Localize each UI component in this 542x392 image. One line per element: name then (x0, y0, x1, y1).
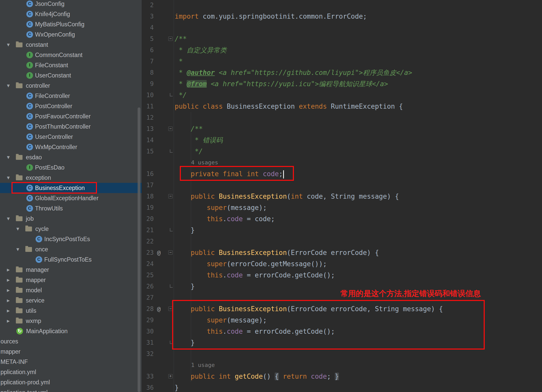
tree-item-manager[interactable]: ▸manager (0, 265, 142, 275)
folder-icon (16, 288, 23, 293)
tree-item-meta-inf[interactable]: META-INF (0, 357, 142, 367)
tree-item-utils[interactable]: ▸utils (0, 306, 142, 316)
tree-item-cycle[interactable]: ▾cycle (0, 224, 142, 234)
fold-marker-open-icon[interactable]: − (168, 250, 173, 255)
annotation-gutter-icon[interactable]: @ (155, 303, 162, 315)
tree-item-mapper[interactable]: ▸mapper (0, 275, 142, 285)
chevron-down-icon[interactable]: ▾ (16, 224, 19, 234)
tree-item-postcontroller[interactable]: CPostController (0, 101, 142, 111)
chevron-right-icon[interactable]: ▸ (7, 306, 10, 316)
code-editor[interactable]: 23import com.yupi.springbootinit.common.… (142, 0, 542, 392)
code-line-24[interactable]: super(errorCode.getMessage()); (175, 258, 327, 270)
tree-item-model[interactable]: ▸model (0, 285, 142, 295)
code-line-14[interactable]: * 错误码 (175, 135, 223, 146)
chevron-down-icon[interactable]: ▾ (7, 40, 10, 50)
tree-item-esdao[interactable]: ▾esdao (0, 152, 142, 162)
code-line-19[interactable]: super(message); (175, 202, 267, 213)
tree-item-throwutils[interactable]: CThrowUtils (0, 203, 142, 214)
chevron-down-icon[interactable]: ▾ (7, 152, 10, 162)
tree-item-label: PostThumbController (35, 121, 91, 132)
tree-item-mapper[interactable]: mapper (0, 346, 142, 357)
tree-scrollbar[interactable] (138, 107, 140, 392)
code-line-26[interactable]: } (175, 281, 195, 292)
tree-item-constant[interactable]: ▾constant (0, 40, 142, 50)
line-number: 30 (142, 326, 154, 337)
tree-item-incsyncposttoes[interactable]: CIncSyncPostToEs (0, 234, 142, 244)
tree-item-exception[interactable]: ▾exception (0, 173, 142, 183)
tree-item-fullsyncposttoes[interactable]: CFullSyncPostToEs (0, 254, 142, 265)
code-line-15[interactable]: */ (175, 146, 203, 157)
fold-marker-open-icon[interactable]: − (168, 37, 173, 41)
code-line-23[interactable]: public BusinessException(ErrorCode error… (175, 247, 379, 258)
chevron-right-icon[interactable]: ▸ (7, 285, 10, 295)
fold-marker-end-icon[interactable] (170, 284, 173, 288)
tree-item-job[interactable]: ▾job (0, 214, 142, 224)
code-line-21[interactable]: } (175, 225, 195, 236)
interface-icon: I (26, 62, 33, 69)
tree-item-globalexceptionhandler[interactable]: CGlobalExceptionHandler (0, 193, 142, 203)
code-line-8[interactable]: * @author <a href="https://github.com/li… (175, 67, 412, 78)
code-line-11[interactable]: public class BusinessException extends R… (175, 101, 403, 112)
code-line-7[interactable]: * (175, 56, 183, 67)
tree-item-mybatisplusconfig[interactable]: CMyBatisPlusConfig (0, 19, 142, 29)
chevron-right-icon[interactable]: ▸ (7, 265, 10, 275)
usages-inlay[interactable]: 1 usage (191, 360, 215, 371)
annotation-gutter-icon[interactable]: @ (155, 247, 162, 258)
fold-marker-plus-icon[interactable]: + (168, 374, 173, 378)
tree-item-controller[interactable]: ▾controller (0, 81, 142, 91)
tree-item-commonconstant[interactable]: ICommonConstant (0, 50, 142, 60)
tree-item-pplication-yml[interactable]: pplication.yml (0, 367, 142, 377)
tree-item-postthumbcontroller[interactable]: CPostThumbController (0, 121, 142, 132)
code-line-5[interactable]: /** (175, 33, 187, 44)
line-number: 14 (142, 135, 154, 146)
tree-item-userconstant[interactable]: IUserConstant (0, 70, 142, 81)
folder-icon (16, 216, 23, 221)
chevron-right-icon[interactable]: ▸ (7, 316, 10, 326)
folder-icon (16, 298, 23, 303)
tree-item-wxmpcontroller[interactable]: CWxMpController (0, 142, 142, 152)
tree-item-pplication-prod-yml[interactable]: pplication-prod.yml (0, 377, 142, 387)
code-line-13[interactable]: /** (175, 123, 203, 135)
tree-item-usercontroller[interactable]: CUserController (0, 132, 142, 142)
annotation-text: 常用的是这个方法,指定错误码和错误信息 (340, 288, 481, 299)
code-line-36[interactable]: } (175, 382, 179, 392)
chevron-right-icon[interactable]: ▸ (7, 295, 10, 306)
fold-marker-end-icon[interactable] (170, 93, 173, 96)
chevron-down-icon[interactable]: ▾ (16, 244, 19, 254)
tree-item-ources[interactable]: ources (0, 336, 142, 346)
tree-item-wxopenconfig[interactable]: CWxOpenConfig (0, 29, 142, 40)
code-line-18[interactable]: public BusinessException(int code, Strin… (175, 191, 399, 202)
tree-item-once[interactable]: ▾once (0, 244, 142, 254)
tree-item-fileconstant[interactable]: IFileConstant (0, 60, 142, 70)
tree-item-filecontroller[interactable]: CFileController (0, 91, 142, 101)
code-line-3[interactable]: import com.yupi.springbootinit.common.Er… (175, 11, 367, 22)
code-line-10[interactable]: */ (175, 89, 187, 101)
tree-item-service[interactable]: ▸service (0, 295, 142, 306)
fold-marker-open-icon[interactable]: − (168, 194, 173, 198)
fold-marker-end-icon[interactable] (170, 149, 173, 153)
code-line-33[interactable]: public int getCode() { return code; } (175, 371, 339, 382)
tree-item-jsonconfig[interactable]: CJsonConfig (0, 0, 142, 9)
tree-item-knife4jconfig[interactable]: CKnife4jConfig (0, 9, 142, 19)
line-number: 22 (142, 236, 154, 247)
code-line-9[interactable]: * @from <a href="https://yupi.icu">编程导航知… (175, 78, 388, 89)
fold-marker-open-icon[interactable]: − (168, 127, 173, 131)
chevron-down-icon[interactable]: ▾ (7, 81, 10, 91)
line-number: 25 (142, 270, 154, 281)
code-line-25[interactable]: this.code = errorCode.getCode(); (175, 270, 335, 281)
line-number: 9 (142, 78, 154, 89)
line-number: 24 (142, 258, 154, 270)
folder-icon (16, 319, 23, 323)
tree-item-pplication-test-yml[interactable]: pplication-test.yml (0, 387, 142, 392)
tree-item-postesdao[interactable]: IPostEsDao (0, 162, 142, 173)
chevron-down-icon[interactable]: ▾ (7, 214, 10, 224)
tree-item-wxmp[interactable]: ▸wxmp (0, 316, 142, 326)
fold-marker-end-icon[interactable] (170, 228, 173, 231)
code-line-6[interactable]: * 自定义异常类 (175, 44, 227, 56)
chevron-down-icon[interactable]: ▾ (7, 173, 10, 183)
tree-item-mainapplication[interactable]: ↻MainApplication (0, 326, 142, 336)
chevron-right-icon[interactable]: ▸ (7, 275, 10, 285)
tree-item-postfavourcontroller[interactable]: CPostFavourController (0, 111, 142, 121)
code-line-20[interactable]: this.code = code; (175, 213, 275, 225)
tree-item-label: manager (26, 265, 49, 275)
